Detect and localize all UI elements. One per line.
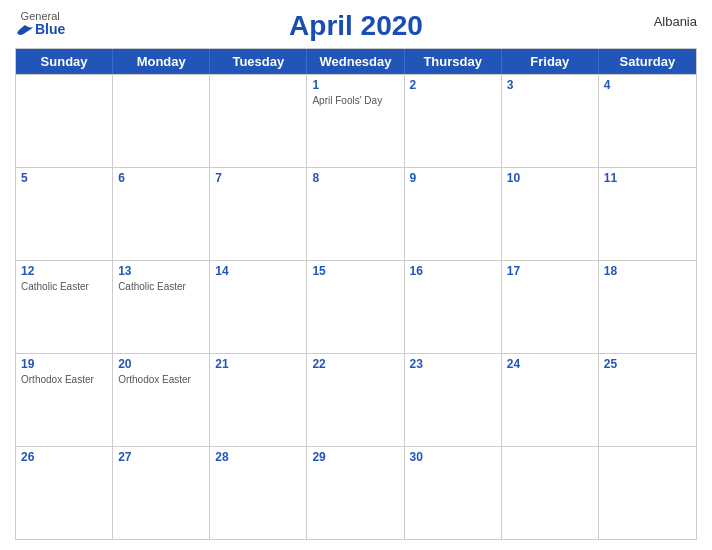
cell-date-number: 1 xyxy=(312,78,398,92)
calendar-cell: 16 xyxy=(405,261,502,353)
calendar-cell: 9 xyxy=(405,168,502,260)
cell-date-number: 20 xyxy=(118,357,204,371)
cell-date-number: 17 xyxy=(507,264,593,278)
calendar-page: General Blue April 2020 Albania SundayMo… xyxy=(0,0,712,550)
cell-date-number: 16 xyxy=(410,264,496,278)
cell-date-number: 6 xyxy=(118,171,204,185)
calendar-cell: 1April Fools' Day xyxy=(307,75,404,167)
cell-date-number: 8 xyxy=(312,171,398,185)
cell-date-number: 26 xyxy=(21,450,107,464)
calendar-cell: 15 xyxy=(307,261,404,353)
calendar-cell: 19Orthodox Easter xyxy=(16,354,113,446)
calendar-cell: 30 xyxy=(405,447,502,539)
cell-date-number: 12 xyxy=(21,264,107,278)
cell-date-number: 28 xyxy=(215,450,301,464)
country-label: Albania xyxy=(654,14,697,29)
cell-date-number: 11 xyxy=(604,171,691,185)
cell-date-number: 30 xyxy=(410,450,496,464)
cell-date-number: 7 xyxy=(215,171,301,185)
cell-date-number: 15 xyxy=(312,264,398,278)
cell-event-label: April Fools' Day xyxy=(312,94,398,107)
calendar-cell: 12Catholic Easter xyxy=(16,261,113,353)
cell-date-number: 18 xyxy=(604,264,691,278)
weekday-header-wednesday: Wednesday xyxy=(307,49,404,74)
calendar-cell xyxy=(502,447,599,539)
cell-date-number: 9 xyxy=(410,171,496,185)
calendar-cell: 28 xyxy=(210,447,307,539)
logo: General Blue xyxy=(15,10,65,37)
calendar-cell: 23 xyxy=(405,354,502,446)
calendar-cell: 14 xyxy=(210,261,307,353)
calendar-week-1: 1April Fools' Day234 xyxy=(16,74,696,167)
cell-event-label: Catholic Easter xyxy=(118,280,204,293)
calendar-week-4: 19Orthodox Easter20Orthodox Easter212223… xyxy=(16,353,696,446)
cell-date-number: 10 xyxy=(507,171,593,185)
calendar-cell xyxy=(16,75,113,167)
calendar-cell: 2 xyxy=(405,75,502,167)
calendar-cell: 8 xyxy=(307,168,404,260)
calendar-cell: 27 xyxy=(113,447,210,539)
cell-event-label: Catholic Easter xyxy=(21,280,107,293)
calendar-cell: 25 xyxy=(599,354,696,446)
calendar-cell: 22 xyxy=(307,354,404,446)
page-header: General Blue April 2020 Albania xyxy=(15,10,697,42)
logo-bird-icon xyxy=(15,23,33,37)
weekday-header-monday: Monday xyxy=(113,49,210,74)
calendar-cell: 11 xyxy=(599,168,696,260)
calendar-weekday-header: SundayMondayTuesdayWednesdayThursdayFrid… xyxy=(16,49,696,74)
cell-date-number: 29 xyxy=(312,450,398,464)
weekday-header-sunday: Sunday xyxy=(16,49,113,74)
cell-date-number: 21 xyxy=(215,357,301,371)
page-title: April 2020 xyxy=(289,10,423,42)
calendar-cell: 20Orthodox Easter xyxy=(113,354,210,446)
cell-date-number: 24 xyxy=(507,357,593,371)
weekday-header-thursday: Thursday xyxy=(405,49,502,74)
calendar-cell: 3 xyxy=(502,75,599,167)
calendar-cell xyxy=(599,447,696,539)
calendar-cell: 29 xyxy=(307,447,404,539)
cell-date-number: 25 xyxy=(604,357,691,371)
weekday-header-friday: Friday xyxy=(502,49,599,74)
calendar-cell: 17 xyxy=(502,261,599,353)
cell-date-number: 13 xyxy=(118,264,204,278)
weekday-header-tuesday: Tuesday xyxy=(210,49,307,74)
weekday-header-saturday: Saturday xyxy=(599,49,696,74)
calendar-cell xyxy=(210,75,307,167)
calendar-cell: 21 xyxy=(210,354,307,446)
cell-event-label: Orthodox Easter xyxy=(21,373,107,386)
calendar-grid: SundayMondayTuesdayWednesdayThursdayFrid… xyxy=(15,48,697,540)
cell-date-number: 4 xyxy=(604,78,691,92)
cell-event-label: Orthodox Easter xyxy=(118,373,204,386)
cell-date-number: 27 xyxy=(118,450,204,464)
calendar-cell: 26 xyxy=(16,447,113,539)
cell-date-number: 23 xyxy=(410,357,496,371)
calendar-week-5: 2627282930 xyxy=(16,446,696,539)
calendar-cell: 5 xyxy=(16,168,113,260)
calendar-cell: 7 xyxy=(210,168,307,260)
calendar-week-2: 567891011 xyxy=(16,167,696,260)
calendar-cell xyxy=(113,75,210,167)
cell-date-number: 5 xyxy=(21,171,107,185)
calendar-cell: 18 xyxy=(599,261,696,353)
logo-blue-text: Blue xyxy=(15,22,65,37)
cell-date-number: 14 xyxy=(215,264,301,278)
calendar-week-3: 12Catholic Easter13Catholic Easter141516… xyxy=(16,260,696,353)
calendar-cell: 24 xyxy=(502,354,599,446)
calendar-cell: 13Catholic Easter xyxy=(113,261,210,353)
cell-date-number: 2 xyxy=(410,78,496,92)
cell-date-number: 3 xyxy=(507,78,593,92)
calendar-cell: 6 xyxy=(113,168,210,260)
calendar-body: 1April Fools' Day23456789101112Catholic … xyxy=(16,74,696,539)
calendar-cell: 10 xyxy=(502,168,599,260)
cell-date-number: 19 xyxy=(21,357,107,371)
cell-date-number: 22 xyxy=(312,357,398,371)
calendar-cell: 4 xyxy=(599,75,696,167)
